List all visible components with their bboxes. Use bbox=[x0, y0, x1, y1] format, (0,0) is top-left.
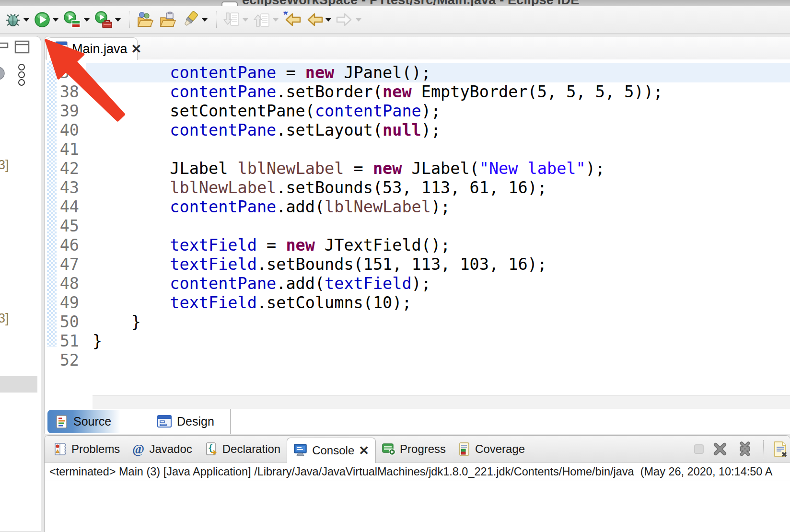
view-menu-icon[interactable] bbox=[17, 63, 26, 86]
code-line: 51} bbox=[45, 332, 790, 351]
code-text[interactable]: textField = new JTextField(); bbox=[86, 236, 790, 255]
coverage-run-button[interactable] bbox=[62, 10, 91, 29]
open-folder-spheres-icon bbox=[136, 11, 154, 28]
console-tab-label: Coverage bbox=[475, 442, 525, 456]
tab-progress[interactable]: Progress bbox=[376, 436, 452, 463]
code-line: 40 contentPane.setLayout(null); bbox=[45, 121, 790, 140]
page-tab-design[interactable]: Design bbox=[149, 409, 231, 434]
debug-icon bbox=[5, 11, 21, 28]
coverage-run-icon bbox=[63, 11, 81, 28]
debug-button[interactable] bbox=[4, 10, 31, 29]
code-line: 50 } bbox=[45, 312, 790, 332]
editor-tab-label: Main.java bbox=[72, 42, 128, 57]
code-text[interactable] bbox=[86, 217, 790, 236]
code-line: 38 contentPane.setBorder(new EmptyBorder… bbox=[45, 82, 790, 102]
dropdown-caret-icon bbox=[242, 18, 249, 22]
code-text[interactable]: setContentPane(contentPane); bbox=[86, 102, 790, 121]
code-text[interactable]: textField.setBounds(151, 113, 103, 16); bbox=[86, 255, 790, 274]
code-text[interactable]: contentPane.add(lblNewLabel); bbox=[86, 197, 790, 217]
toolbar-items: * bbox=[4, 10, 365, 30]
back-button[interactable] bbox=[305, 11, 333, 29]
tab-javadoc[interactable]: @Javadoc bbox=[126, 436, 198, 463]
tab-problems[interactable]: Problems bbox=[47, 436, 126, 463]
code-text[interactable]: } bbox=[86, 332, 790, 351]
horizontal-scrollbar[interactable] bbox=[93, 395, 790, 409]
minimize-icon[interactable] bbox=[0, 42, 10, 49]
page-tab-label: Design bbox=[177, 415, 214, 428]
tab-main-java[interactable]: J Main.java ✕ bbox=[46, 37, 138, 60]
code-text[interactable]: lblNewLabel.setBounds(53, 113, 61, 16); bbox=[86, 178, 790, 197]
line-number: 50 bbox=[45, 312, 83, 332]
toolbar-separator bbox=[216, 12, 217, 28]
sidebar-text-fragment: 3] bbox=[0, 311, 9, 326]
code-editor[interactable]: 37 contentPane = new JPanel();38 content… bbox=[45, 59, 790, 395]
code-text[interactable] bbox=[86, 351, 790, 370]
tab-coverage[interactable]: Coverage bbox=[452, 436, 531, 463]
console-tab-label: Declaration bbox=[222, 442, 280, 456]
open-folder-spheres-button[interactable] bbox=[135, 10, 155, 29]
highlighter-button[interactable] bbox=[180, 10, 209, 30]
svg-text:@: @ bbox=[132, 442, 144, 456]
remove-launch-icon[interactable] bbox=[712, 442, 728, 456]
sidebar-selected-item[interactable] bbox=[0, 376, 37, 393]
maximize-icon[interactable] bbox=[14, 40, 30, 54]
code-text[interactable]: contentPane = new JPanel(); bbox=[86, 63, 790, 82]
tab-console[interactable]: Console✕ bbox=[287, 438, 376, 463]
console-tab-label: Console bbox=[312, 444, 354, 457]
dropdown-caret-icon[interactable] bbox=[23, 18, 30, 22]
dropdown-caret-icon[interactable] bbox=[83, 18, 90, 22]
design-icon bbox=[157, 415, 172, 428]
line-number: 48 bbox=[45, 274, 83, 293]
code-text[interactable]: contentPane.setLayout(null); bbox=[86, 121, 790, 140]
code-line: 48 contentPane.add(textField); bbox=[45, 274, 790, 293]
code-line: 46 textField = new JTextField(); bbox=[45, 236, 790, 255]
console-tab-label: Javadoc bbox=[149, 442, 192, 456]
console-tab-label: Problems bbox=[71, 442, 120, 456]
code-line: 43 lblNewLabel.setBounds(53, 113, 61, 16… bbox=[45, 178, 790, 197]
close-tab-icon[interactable]: ✕ bbox=[131, 43, 142, 55]
previous-annotation-button bbox=[252, 11, 280, 29]
line-number: 51 bbox=[45, 332, 83, 351]
svg-text:{: { bbox=[208, 443, 213, 453]
code-text[interactable]: contentPane.setBorder(new EmptyBorder(5,… bbox=[86, 82, 790, 102]
line-number: 41 bbox=[45, 140, 83, 159]
dropdown-caret-icon[interactable] bbox=[52, 18, 59, 22]
svg-text:J: J bbox=[59, 46, 64, 54]
line-number: 39 bbox=[45, 102, 83, 121]
declaration-icon: { bbox=[205, 442, 218, 456]
toolbar-separator bbox=[763, 440, 764, 458]
code-text[interactable]: JLabel lblNewLabel = new JLabel("New lab… bbox=[86, 159, 790, 178]
code-line: 49 textField.setColumns(10); bbox=[45, 293, 790, 312]
clear-console-icon[interactable] bbox=[773, 441, 788, 457]
line-number: 47 bbox=[45, 255, 83, 274]
last-edit-location-button[interactable]: * bbox=[282, 11, 302, 29]
external-tools-button[interactable] bbox=[93, 10, 122, 29]
code-line: 52 bbox=[45, 351, 790, 370]
toolbar-separator bbox=[129, 12, 130, 28]
forward-icon bbox=[336, 12, 353, 28]
code-text[interactable]: textField.setColumns(10); bbox=[86, 293, 790, 312]
highlighter-icon bbox=[181, 11, 199, 29]
code-line: 45 bbox=[45, 217, 790, 236]
code-text[interactable] bbox=[86, 140, 790, 159]
open-folder-clipboard-button[interactable] bbox=[158, 10, 178, 29]
console-toolbar bbox=[693, 440, 790, 458]
dropdown-caret-icon[interactable] bbox=[325, 18, 332, 22]
code-line: 41 bbox=[45, 140, 790, 159]
close-tab-icon[interactable]: ✕ bbox=[359, 444, 369, 457]
dropdown-caret-icon[interactable] bbox=[201, 18, 208, 22]
code-text[interactable]: } bbox=[86, 312, 790, 332]
line-number: 44 bbox=[45, 197, 83, 217]
page-tab-source[interactable]: Source bbox=[47, 410, 149, 433]
dropdown-caret-icon[interactable] bbox=[115, 18, 121, 22]
next-annotation-button bbox=[222, 11, 250, 29]
progress-icon bbox=[382, 442, 395, 456]
console-icon bbox=[293, 443, 308, 458]
code-lines: 37 contentPane = new JPanel();38 content… bbox=[45, 63, 790, 370]
console-output[interactable] bbox=[45, 481, 790, 532]
code-text[interactable]: contentPane.add(textField); bbox=[86, 274, 790, 293]
tab-declaration[interactable]: {Declaration bbox=[198, 436, 287, 463]
remove-all-launches-icon[interactable] bbox=[735, 441, 755, 457]
left-sidebar: 3] 3] bbox=[0, 36, 41, 532]
run-button[interactable] bbox=[33, 11, 60, 29]
